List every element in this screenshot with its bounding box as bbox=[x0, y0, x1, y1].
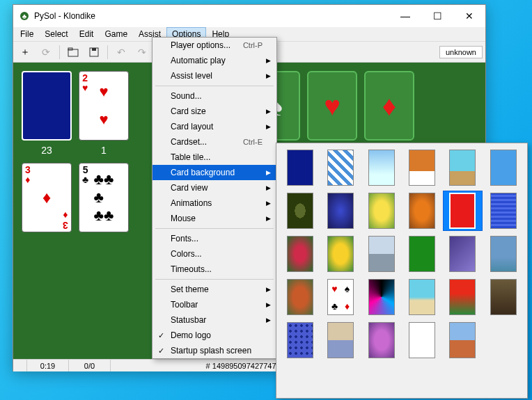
thumbnail-camo bbox=[287, 193, 313, 229]
menu-item-label: Animations bbox=[171, 198, 263, 208]
open-button[interactable] bbox=[64, 44, 82, 61]
card-background-option-four-suits-card[interactable]: ♥♠♣♦ bbox=[321, 277, 360, 317]
card-background-option-color-swirl[interactable] bbox=[362, 277, 401, 317]
foundation-diamond[interactable]: ♦ bbox=[364, 71, 414, 141]
menu-item-cardset[interactable]: Cardset...Ctrl-E bbox=[152, 134, 276, 150]
card-background-option-rose[interactable] bbox=[281, 234, 320, 274]
card-background-option-playing-cards[interactable] bbox=[402, 320, 441, 360]
thumbnail-parrot bbox=[449, 279, 476, 315]
menu-item-player-options[interactable]: Player options...Ctrl-P bbox=[152, 38, 276, 53]
menu-item-label: Mouse bbox=[171, 214, 263, 223]
redo-button[interactable]: ↷ bbox=[133, 44, 151, 61]
menu-item-startup-splash-screen[interactable]: ✓Startup splash screen bbox=[152, 343, 276, 358]
menu-edit[interactable]: Edit bbox=[74, 27, 100, 41]
card-background-option-castle[interactable] bbox=[362, 234, 401, 274]
menu-item-automatic-play[interactable]: Automatic play▶ bbox=[152, 53, 276, 68]
window-title: PySol - Klondike bbox=[34, 11, 389, 21]
card-background-option-solid-lightblue[interactable] bbox=[484, 147, 523, 188]
card-background-option-solid-red[interactable] bbox=[443, 191, 482, 231]
card-background-option-beach-palm[interactable] bbox=[402, 277, 441, 317]
menu-item-label: Card background bbox=[171, 168, 263, 177]
submenu-arrow-icon: ▶ bbox=[266, 169, 271, 176]
card-background-option-galaxy-blue[interactable] bbox=[321, 191, 360, 231]
card-background-option-fox[interactable] bbox=[402, 147, 441, 188]
menu-item-animations[interactable]: Animations▶ bbox=[152, 195, 276, 211]
restart-button[interactable]: ⟳ bbox=[37, 44, 55, 61]
menu-item-card-layout[interactable]: Card layout▶ bbox=[152, 119, 276, 134]
card-background-option-solid-navy[interactable] bbox=[281, 147, 320, 188]
menu-shortcut: Ctrl-P bbox=[243, 41, 263, 49]
submenu-arrow-icon: ▶ bbox=[266, 200, 271, 207]
menu-item-card-background[interactable]: Card background▶ bbox=[152, 165, 276, 180]
card-background-option-sunflower[interactable] bbox=[321, 234, 360, 274]
menu-select[interactable]: Select bbox=[39, 27, 73, 41]
card-background-option-camo[interactable] bbox=[281, 191, 320, 231]
menu-item-label: Card view bbox=[171, 183, 263, 193]
options-dropdown: Player options...Ctrl-PAutomatic play▶As… bbox=[152, 37, 277, 359]
foundation-heart[interactable]: ♥ bbox=[307, 71, 357, 141]
minimize-button[interactable]: — bbox=[389, 6, 421, 26]
card-background-option-blue-checker[interactable] bbox=[321, 147, 360, 188]
menu-item-label: Fonts... bbox=[171, 234, 263, 243]
menu-file[interactable]: File bbox=[15, 27, 39, 41]
thumbnail-beach-palm bbox=[409, 279, 435, 315]
menu-item-set-theme[interactable]: Set theme▶ bbox=[152, 282, 276, 297]
close-button[interactable]: ✕ bbox=[453, 6, 485, 26]
thumbnail-butterfly bbox=[409, 193, 435, 229]
card-background-option-uluru[interactable] bbox=[443, 320, 482, 360]
menu-item-card-view[interactable]: Card view▶ bbox=[152, 180, 276, 195]
menu-item-toolbar[interactable]: Toolbar▶ bbox=[152, 297, 276, 312]
menu-item-colors[interactable]: Colors... bbox=[152, 246, 276, 262]
menu-item-assist-level[interactable]: Assist level▶ bbox=[152, 68, 276, 83]
undo-button[interactable]: ↶ bbox=[112, 44, 130, 61]
check-icon: ✓ bbox=[158, 346, 164, 355]
menu-item-mouse[interactable]: Mouse▶ bbox=[152, 211, 276, 226]
submenu-arrow-icon: ▶ bbox=[266, 184, 271, 191]
menu-item-timeouts[interactable]: Timeouts... bbox=[152, 262, 276, 277]
card-background-option-daffodils[interactable] bbox=[362, 191, 401, 231]
stock-pile[interactable] bbox=[22, 71, 72, 141]
card-background-option-red-panda[interactable] bbox=[281, 277, 320, 317]
menu-item-label: Set theme bbox=[171, 285, 263, 294]
thumbnail-blue-weave bbox=[490, 193, 517, 229]
menu-item-sound[interactable]: Sound... bbox=[152, 88, 276, 104]
menu-item-table-tile[interactable]: Table tile... bbox=[152, 150, 276, 165]
save-button[interactable] bbox=[85, 44, 103, 61]
player-name-field[interactable]: unknown bbox=[439, 46, 483, 58]
thumbnail-blue-checker bbox=[327, 150, 354, 186]
submenu-arrow-icon: ▶ bbox=[266, 215, 271, 222]
app-icon: ♣ bbox=[19, 10, 30, 22]
card-background-option-butterfly[interactable] bbox=[402, 191, 441, 231]
card-background-option-blue-dots[interactable] bbox=[281, 320, 320, 360]
card-background-option-sailing-ship[interactable] bbox=[321, 320, 360, 360]
menu-item-statusbar[interactable]: Statusbar▶ bbox=[152, 312, 276, 328]
maximize-button[interactable]: ☐ bbox=[421, 6, 453, 26]
menu-item-demo-logo[interactable]: ✓Demo logo bbox=[152, 328, 276, 343]
card-background-option-purple-flower[interactable] bbox=[362, 320, 401, 360]
tableau-card[interactable]: 5♣ ♣♣♣♣♣ bbox=[79, 163, 129, 232]
menu-item-label: Toolbar bbox=[171, 300, 263, 310]
menu-game[interactable]: Game bbox=[99, 27, 133, 41]
menu-separator bbox=[155, 228, 274, 229]
tableau-card[interactable]: 3♦ ♦ 3♦ bbox=[22, 163, 72, 232]
toolbar-separator bbox=[59, 45, 60, 59]
waste-pile[interactable]: 2♥ ♥ ♥ bbox=[79, 71, 129, 141]
menu-item-fonts[interactable]: Fonts... bbox=[152, 231, 276, 246]
status-moves: 0/0 bbox=[69, 360, 111, 371]
card-background-option-blue-weave[interactable] bbox=[484, 191, 523, 231]
svg-rect-5 bbox=[92, 48, 96, 51]
card-background-option-cactus-desert[interactable] bbox=[443, 147, 482, 188]
card-background-option-statue-liberty[interactable] bbox=[484, 234, 523, 274]
menu-item-label: Cardset... bbox=[171, 137, 243, 147]
menu-item-card-size[interactable]: Card size▶ bbox=[152, 104, 276, 119]
thumbnail-mona-lisa bbox=[490, 279, 517, 315]
card-background-option-parrot[interactable] bbox=[443, 277, 482, 317]
thumbnail-cactus-desert bbox=[449, 150, 476, 186]
card-background-option-solid-green[interactable] bbox=[402, 234, 441, 274]
card-background-option-mona-lisa[interactable] bbox=[484, 277, 523, 317]
new-game-button[interactable]: ＋ bbox=[16, 44, 34, 61]
card-background-option-lightning[interactable] bbox=[443, 234, 482, 274]
menu-item-label: Colors... bbox=[171, 249, 263, 259]
card-background-option-sky-clouds[interactable] bbox=[362, 147, 401, 188]
menu-item-label: Card layout bbox=[171, 122, 263, 131]
